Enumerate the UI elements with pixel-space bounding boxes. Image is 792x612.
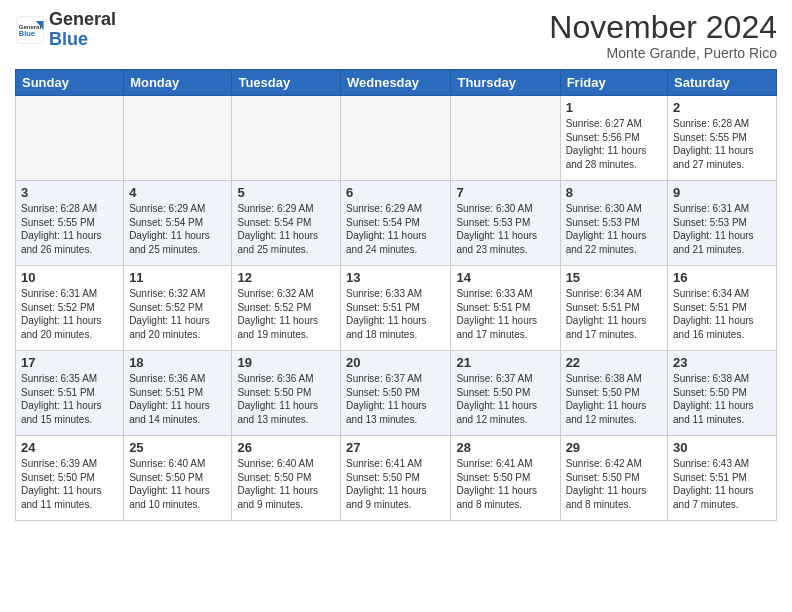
day-info: Sunrise: 6:28 AM Sunset: 5:55 PM Dayligh… xyxy=(21,202,118,256)
day-info: Sunrise: 6:36 AM Sunset: 5:50 PM Dayligh… xyxy=(237,372,335,426)
table-row: 27Sunrise: 6:41 AM Sunset: 5:50 PM Dayli… xyxy=(341,436,451,521)
day-number: 14 xyxy=(456,270,554,285)
day-number: 15 xyxy=(566,270,662,285)
day-number: 5 xyxy=(237,185,335,200)
day-number: 10 xyxy=(21,270,118,285)
day-info: Sunrise: 6:41 AM Sunset: 5:50 PM Dayligh… xyxy=(346,457,445,511)
day-number: 18 xyxy=(129,355,226,370)
table-row: 23Sunrise: 6:38 AM Sunset: 5:50 PM Dayli… xyxy=(668,351,777,436)
day-info: Sunrise: 6:43 AM Sunset: 5:51 PM Dayligh… xyxy=(673,457,771,511)
table-row: 18Sunrise: 6:36 AM Sunset: 5:51 PM Dayli… xyxy=(124,351,232,436)
table-row: 13Sunrise: 6:33 AM Sunset: 5:51 PM Dayli… xyxy=(341,266,451,351)
table-row: 8Sunrise: 6:30 AM Sunset: 5:53 PM Daylig… xyxy=(560,181,667,266)
table-row: 7Sunrise: 6:30 AM Sunset: 5:53 PM Daylig… xyxy=(451,181,560,266)
col-tuesday: Tuesday xyxy=(232,70,341,96)
day-info: Sunrise: 6:37 AM Sunset: 5:50 PM Dayligh… xyxy=(456,372,554,426)
day-number: 6 xyxy=(346,185,445,200)
table-row: 21Sunrise: 6:37 AM Sunset: 5:50 PM Dayli… xyxy=(451,351,560,436)
day-number: 17 xyxy=(21,355,118,370)
calendar-header-row: Sunday Monday Tuesday Wednesday Thursday… xyxy=(16,70,777,96)
day-info: Sunrise: 6:30 AM Sunset: 5:53 PM Dayligh… xyxy=(456,202,554,256)
table-row: 6Sunrise: 6:29 AM Sunset: 5:54 PM Daylig… xyxy=(341,181,451,266)
day-info: Sunrise: 6:39 AM Sunset: 5:50 PM Dayligh… xyxy=(21,457,118,511)
day-number: 28 xyxy=(456,440,554,455)
day-info: Sunrise: 6:28 AM Sunset: 5:55 PM Dayligh… xyxy=(673,117,771,171)
table-row: 16Sunrise: 6:34 AM Sunset: 5:51 PM Dayli… xyxy=(668,266,777,351)
table-row: 9Sunrise: 6:31 AM Sunset: 5:53 PM Daylig… xyxy=(668,181,777,266)
logo-blue: Blue xyxy=(49,29,88,49)
table-row: 17Sunrise: 6:35 AM Sunset: 5:51 PM Dayli… xyxy=(16,351,124,436)
day-info: Sunrise: 6:32 AM Sunset: 5:52 PM Dayligh… xyxy=(237,287,335,341)
day-info: Sunrise: 6:31 AM Sunset: 5:52 PM Dayligh… xyxy=(21,287,118,341)
col-thursday: Thursday xyxy=(451,70,560,96)
day-number: 12 xyxy=(237,270,335,285)
calendar-week-row: 17Sunrise: 6:35 AM Sunset: 5:51 PM Dayli… xyxy=(16,351,777,436)
day-number: 13 xyxy=(346,270,445,285)
logo-icon: General Blue xyxy=(15,15,45,45)
day-number: 25 xyxy=(129,440,226,455)
day-number: 3 xyxy=(21,185,118,200)
table-row: 2Sunrise: 6:28 AM Sunset: 5:55 PM Daylig… xyxy=(668,96,777,181)
day-number: 19 xyxy=(237,355,335,370)
day-number: 29 xyxy=(566,440,662,455)
day-number: 30 xyxy=(673,440,771,455)
day-info: Sunrise: 6:36 AM Sunset: 5:51 PM Dayligh… xyxy=(129,372,226,426)
calendar-week-row: 1Sunrise: 6:27 AM Sunset: 5:56 PM Daylig… xyxy=(16,96,777,181)
table-row xyxy=(451,96,560,181)
table-row: 26Sunrise: 6:40 AM Sunset: 5:50 PM Dayli… xyxy=(232,436,341,521)
day-number: 16 xyxy=(673,270,771,285)
table-row: 19Sunrise: 6:36 AM Sunset: 5:50 PM Dayli… xyxy=(232,351,341,436)
day-number: 2 xyxy=(673,100,771,115)
day-number: 8 xyxy=(566,185,662,200)
day-info: Sunrise: 6:35 AM Sunset: 5:51 PM Dayligh… xyxy=(21,372,118,426)
col-friday: Friday xyxy=(560,70,667,96)
day-number: 21 xyxy=(456,355,554,370)
day-info: Sunrise: 6:30 AM Sunset: 5:53 PM Dayligh… xyxy=(566,202,662,256)
day-info: Sunrise: 6:34 AM Sunset: 5:51 PM Dayligh… xyxy=(566,287,662,341)
col-sunday: Sunday xyxy=(16,70,124,96)
day-number: 7 xyxy=(456,185,554,200)
day-info: Sunrise: 6:41 AM Sunset: 5:50 PM Dayligh… xyxy=(456,457,554,511)
day-info: Sunrise: 6:29 AM Sunset: 5:54 PM Dayligh… xyxy=(129,202,226,256)
day-info: Sunrise: 6:29 AM Sunset: 5:54 PM Dayligh… xyxy=(346,202,445,256)
logo-wordmark: General Blue xyxy=(49,10,116,50)
day-number: 4 xyxy=(129,185,226,200)
day-info: Sunrise: 6:31 AM Sunset: 5:53 PM Dayligh… xyxy=(673,202,771,256)
day-number: 23 xyxy=(673,355,771,370)
table-row: 4Sunrise: 6:29 AM Sunset: 5:54 PM Daylig… xyxy=(124,181,232,266)
table-row: 1Sunrise: 6:27 AM Sunset: 5:56 PM Daylig… xyxy=(560,96,667,181)
logo: General Blue General Blue xyxy=(15,10,116,50)
table-row: 29Sunrise: 6:42 AM Sunset: 5:50 PM Dayli… xyxy=(560,436,667,521)
day-info: Sunrise: 6:40 AM Sunset: 5:50 PM Dayligh… xyxy=(129,457,226,511)
calendar-page: General Blue General Blue November 2024 … xyxy=(0,0,792,612)
day-number: 9 xyxy=(673,185,771,200)
calendar-week-row: 10Sunrise: 6:31 AM Sunset: 5:52 PM Dayli… xyxy=(16,266,777,351)
day-info: Sunrise: 6:34 AM Sunset: 5:51 PM Dayligh… xyxy=(673,287,771,341)
table-row: 25Sunrise: 6:40 AM Sunset: 5:50 PM Dayli… xyxy=(124,436,232,521)
table-row: 10Sunrise: 6:31 AM Sunset: 5:52 PM Dayli… xyxy=(16,266,124,351)
day-info: Sunrise: 6:32 AM Sunset: 5:52 PM Dayligh… xyxy=(129,287,226,341)
day-number: 27 xyxy=(346,440,445,455)
table-row: 14Sunrise: 6:33 AM Sunset: 5:51 PM Dayli… xyxy=(451,266,560,351)
logo-general: General xyxy=(49,9,116,29)
table-row xyxy=(341,96,451,181)
day-info: Sunrise: 6:33 AM Sunset: 5:51 PM Dayligh… xyxy=(456,287,554,341)
table-row: 24Sunrise: 6:39 AM Sunset: 5:50 PM Dayli… xyxy=(16,436,124,521)
col-wednesday: Wednesday xyxy=(341,70,451,96)
table-row: 28Sunrise: 6:41 AM Sunset: 5:50 PM Dayli… xyxy=(451,436,560,521)
header: General Blue General Blue November 2024 … xyxy=(15,10,777,61)
table-row: 11Sunrise: 6:32 AM Sunset: 5:52 PM Dayli… xyxy=(124,266,232,351)
day-number: 24 xyxy=(21,440,118,455)
day-info: Sunrise: 6:37 AM Sunset: 5:50 PM Dayligh… xyxy=(346,372,445,426)
day-number: 1 xyxy=(566,100,662,115)
col-monday: Monday xyxy=(124,70,232,96)
table-row: 15Sunrise: 6:34 AM Sunset: 5:51 PM Dayli… xyxy=(560,266,667,351)
table-row: 22Sunrise: 6:38 AM Sunset: 5:50 PM Dayli… xyxy=(560,351,667,436)
table-row: 12Sunrise: 6:32 AM Sunset: 5:52 PM Dayli… xyxy=(232,266,341,351)
day-number: 22 xyxy=(566,355,662,370)
day-info: Sunrise: 6:27 AM Sunset: 5:56 PM Dayligh… xyxy=(566,117,662,171)
day-info: Sunrise: 6:29 AM Sunset: 5:54 PM Dayligh… xyxy=(237,202,335,256)
day-info: Sunrise: 6:40 AM Sunset: 5:50 PM Dayligh… xyxy=(237,457,335,511)
title-block: November 2024 Monte Grande, Puerto Rico xyxy=(549,10,777,61)
table-row: 20Sunrise: 6:37 AM Sunset: 5:50 PM Dayli… xyxy=(341,351,451,436)
